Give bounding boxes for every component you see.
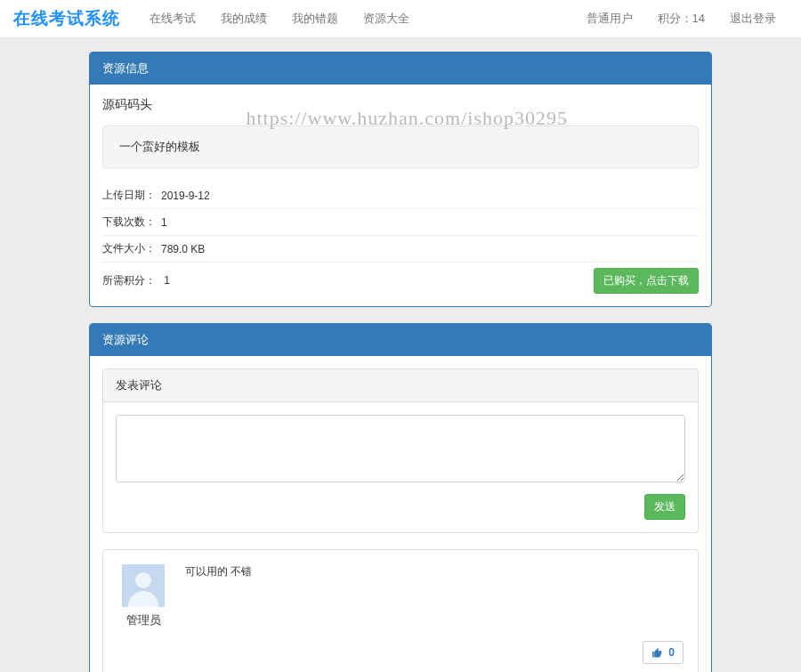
navbar: 在线考试系统 在线考试 我的成绩 我的错题 资源大全 普通用户 积分：14 退出… xyxy=(0,0,801,38)
comment-form: 发表评论 发送 xyxy=(102,368,699,533)
comment-item: 管理员 可以用的 不错 0 xyxy=(102,549,699,672)
comment-author-name: 管理员 xyxy=(126,612,161,628)
nav-left: 在线考试 我的成绩 我的错题 资源大全 xyxy=(138,2,421,36)
resource-comments-title: 资源评论 xyxy=(90,324,711,356)
nav-mistakes[interactable]: 我的错题 xyxy=(280,2,350,36)
send-comment-button[interactable]: 发送 xyxy=(644,494,685,520)
file-size-label: 文件大小： xyxy=(102,241,156,256)
resource-info-title: 资源信息 xyxy=(90,53,711,85)
points-label: 积分： xyxy=(658,12,692,25)
comment-text: 可以用的 不错 xyxy=(185,564,684,628)
brand-logo: 在线考试系统 xyxy=(13,7,120,30)
nav-points: 积分：14 xyxy=(646,2,716,36)
file-size-value: 789.0 KB xyxy=(161,243,205,255)
nav-resources[interactable]: 资源大全 xyxy=(352,2,421,36)
comment-form-title: 发表评论 xyxy=(103,369,698,402)
required-points-value: 1 xyxy=(164,274,170,287)
resource-name: 源码码头 xyxy=(102,97,699,113)
like-count: 0 xyxy=(668,646,675,659)
resource-description: 一个蛮好的模板 xyxy=(102,125,699,168)
nav-user[interactable]: 普通用户 xyxy=(575,2,644,36)
comment-textarea[interactable] xyxy=(116,415,685,482)
nav-exam[interactable]: 在线考试 xyxy=(138,2,207,36)
like-button[interactable]: 0 xyxy=(643,641,684,664)
resource-info-panel: 资源信息 源码码头 一个蛮好的模板 上传日期： 2019-9-12 下载次数： … xyxy=(89,52,712,307)
comment-author-col: 管理员 xyxy=(117,564,169,628)
download-count-label: 下载次数： xyxy=(102,215,156,230)
nav-scores[interactable]: 我的成绩 xyxy=(209,2,279,36)
upload-date-label: 上传日期： xyxy=(102,188,156,203)
points-value: 14 xyxy=(692,12,705,25)
resource-comments-panel: 资源评论 发表评论 发送 xyxy=(89,323,712,672)
required-points-label: 所需积分： xyxy=(102,274,156,287)
download-count-row: 下载次数： 1 xyxy=(102,209,699,236)
required-points-row: 所需积分： 1 xyxy=(102,273,170,288)
file-size-row: 文件大小： 789.0 KB xyxy=(102,236,699,263)
upload-date-row: 上传日期： 2019-9-12 xyxy=(102,182,699,209)
nav-right: 普通用户 积分：14 退出登录 xyxy=(575,2,788,36)
download-count-value: 1 xyxy=(161,216,167,229)
download-button[interactable]: 已购买，点击下载 xyxy=(594,268,699,294)
avatar-icon xyxy=(122,564,165,607)
thumb-up-icon xyxy=(651,647,663,659)
upload-date-value: 2019-9-12 xyxy=(161,190,210,202)
nav-logout[interactable]: 退出登录 xyxy=(718,2,788,36)
